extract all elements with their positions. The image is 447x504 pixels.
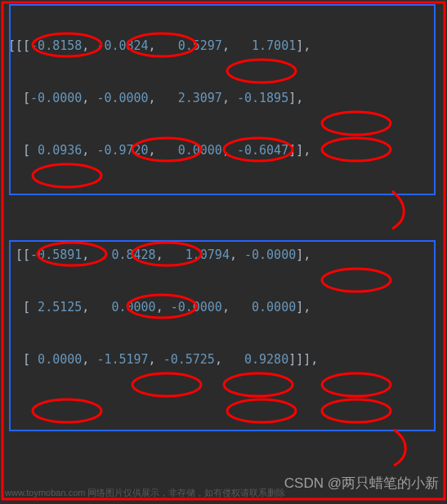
blank-row — [8, 190, 439, 216]
tensor-row: [[-0.5891, 0.8428, 1.0794, -0.0000], — [8, 242, 439, 268]
blank-row — [8, 399, 439, 425]
tensor-row: [ 2.5125, 0.0000, -0.0000, 0.0000], — [8, 294, 439, 320]
watermark-bottom: www.toymoban.com 网络图片仅供展示，非存储，如有侵权请联系删除 — [5, 487, 285, 499]
tensor-row: [[[-0.8158, -0.0824, 0.5297, 1.7001], — [8, 33, 439, 59]
watermark-right: CSDN @两只蜡笔的小新 — [284, 474, 439, 493]
tensor-row: [-0.0000, -0.0000, 2.3097, -0.1895], — [8, 85, 439, 111]
tensor-row: [ 0.0000, -1.5197, -0.5725, 0.9280]]], — [8, 346, 439, 372]
tensor-row: [ 0.0936, -0.9720, 0.0000, -0.6047]], — [8, 137, 439, 163]
code-output: [[[-0.8158, -0.0824, 0.5297, 1.7001], [-… — [0, 0, 447, 504]
